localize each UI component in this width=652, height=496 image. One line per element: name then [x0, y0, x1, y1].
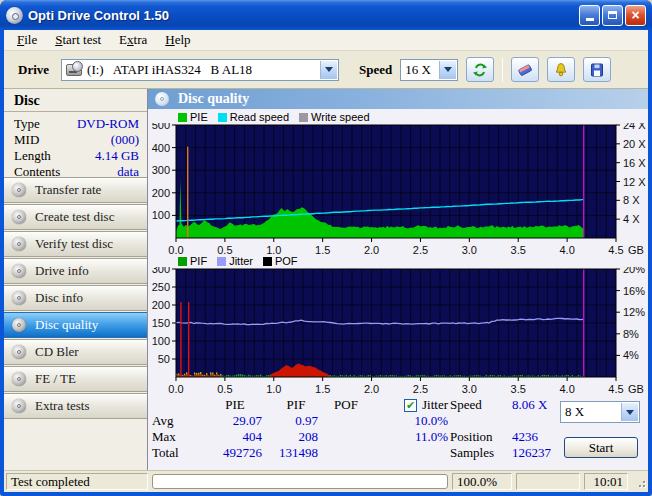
legend-swatch — [299, 113, 308, 122]
sidebar-item-label: Create test disc — [35, 209, 114, 225]
stats-pie-value: 29.07 — [202, 413, 268, 429]
stats-jitter-value: 11.0% — [368, 429, 454, 445]
svg-text:0.0: 0.0 — [168, 383, 183, 395]
svg-text:150: 150 — [152, 317, 170, 329]
stats-col-pie: PIE — [202, 397, 268, 413]
maximize-button[interactable] — [602, 5, 623, 26]
close-button[interactable]: × — [625, 5, 646, 26]
main-panel: Disc quality PIERead speedWrite speed 10… — [148, 89, 648, 470]
stats-row-label: Total — [152, 445, 202, 461]
legend-entry-pie: PIE — [178, 111, 208, 123]
minimize-icon — [586, 18, 594, 21]
svg-text:1.5: 1.5 — [315, 244, 330, 255]
sidebar-item-verify-test-disc[interactable]: Verify test disc — [4, 231, 147, 257]
svg-text:2.5: 2.5 — [413, 383, 428, 395]
sidebar-item-label: Disc quality — [35, 317, 98, 333]
svg-text:24 X: 24 X — [623, 123, 646, 131]
start-button[interactable]: Start — [564, 437, 638, 458]
sidebar-item-disc-quality[interactable]: Disc quality — [4, 312, 147, 338]
samples-stat-label: Samples — [450, 445, 512, 461]
legend-label: Jitter — [229, 255, 253, 267]
sidebar-item-disc-info[interactable]: Disc info — [4, 285, 147, 311]
pif-chart: 501001502002503004%8%12%16%20%0.00.51.01… — [148, 267, 648, 395]
svg-text:1.0: 1.0 — [266, 244, 281, 255]
erase-button[interactable] — [511, 57, 539, 82]
test-speed-select-value: 8 X — [565, 404, 584, 420]
svg-text:3.0: 3.0 — [462, 244, 477, 255]
svg-text:12%: 12% — [623, 306, 645, 318]
bell-icon — [553, 62, 569, 78]
legend-swatch — [263, 257, 272, 266]
save-icon — [589, 62, 605, 78]
sidebar-item-create-test-disc[interactable]: Create test disc — [4, 204, 147, 230]
svg-text:2.5: 2.5 — [413, 244, 428, 255]
jitter-checkbox[interactable]: ✔ — [404, 399, 417, 412]
jitter-label: Jitter — [422, 397, 448, 413]
legend-label: PIF — [190, 255, 207, 267]
legend-swatch — [217, 257, 226, 266]
stats-col-pof: POF — [324, 397, 368, 413]
sidebar-item-transfer-rate[interactable]: Transfer rate — [4, 177, 147, 203]
menu-item-start-test[interactable]: Start test — [46, 31, 110, 49]
stats-pif-value: 208 — [268, 429, 324, 445]
clock-text: 10:01 — [584, 473, 628, 490]
disc-icon — [12, 264, 26, 278]
disc-icon — [12, 345, 26, 359]
stats-row-label: Avg — [152, 413, 202, 429]
progress-bar — [152, 474, 448, 489]
sidebar-item-cd-bler[interactable]: CD Bler — [4, 339, 147, 365]
stats-pif-value: 131498 — [268, 445, 324, 461]
sidebar-item-label: Extra tests — [35, 398, 90, 414]
pie-chart: 1002003004005004 X8 X12 X16 X20 X24 X0.0… — [148, 123, 648, 255]
drive-label: Drive — [18, 62, 49, 78]
menu-item-help[interactable]: Help — [156, 31, 199, 49]
svg-text:250: 250 — [152, 281, 170, 293]
svg-text:4 X: 4 X — [623, 213, 640, 225]
test-speed-select[interactable]: 8 X — [560, 401, 640, 423]
disc-info-label: Length — [14, 148, 51, 164]
disc-info-row: MID(000) — [4, 132, 147, 148]
stats-row-label: Max — [152, 429, 202, 445]
minimize-button[interactable] — [579, 5, 600, 26]
sidebar-item-drive-info[interactable]: Drive info — [4, 258, 147, 284]
svg-text:20%: 20% — [623, 267, 645, 275]
speed-select-arrow[interactable] — [439, 61, 456, 79]
eraser-icon — [516, 62, 534, 78]
close-icon: × — [631, 7, 639, 23]
toolbar-separator — [502, 58, 503, 82]
eject-button[interactable] — [547, 57, 575, 82]
content-area: Disc TypeDVD-ROMMID(000)Length4.14 GBCon… — [4, 88, 648, 470]
save-button[interactable] — [583, 57, 611, 82]
menu-item-extra[interactable]: Extra — [110, 31, 156, 49]
svg-text:4.5: 4.5 — [608, 244, 623, 255]
drive-icon — [66, 64, 82, 76]
menu-item-file[interactable]: File — [8, 31, 46, 49]
svg-text:500: 500 — [152, 123, 170, 131]
disc-icon — [12, 291, 26, 305]
test-speed-select-arrow[interactable] — [621, 403, 638, 421]
legend-entry-pif: PIF — [178, 255, 207, 267]
svg-text:GB: GB — [628, 383, 644, 395]
chevron-down-icon — [325, 67, 333, 72]
sidebar-item-fe-te[interactable]: FE / TE — [4, 366, 147, 392]
svg-text:12 X: 12 X — [623, 176, 646, 188]
svg-text:200: 200 — [152, 187, 170, 199]
stats-pie-value: 492726 — [202, 445, 268, 461]
legend-swatch — [178, 113, 187, 122]
disc-info-value: 4.14 GB — [95, 148, 139, 164]
sidebar-item-extra-tests[interactable]: Extra tests — [4, 393, 147, 419]
svg-text:GB: GB — [628, 244, 644, 255]
svg-text:1.0: 1.0 — [266, 383, 281, 395]
svg-text:4%: 4% — [623, 349, 639, 361]
speed-select[interactable]: 16 X — [400, 59, 458, 81]
legend-swatch — [178, 257, 187, 266]
svg-text:3.5: 3.5 — [511, 244, 526, 255]
sidebar-item-label: Drive info — [35, 263, 89, 279]
drive-select-arrow[interactable] — [320, 61, 337, 79]
sidebar-item-label: Transfer rate — [35, 182, 101, 198]
app-disc-icon — [6, 7, 23, 24]
refresh-button[interactable] — [466, 57, 494, 82]
drive-select[interactable]: (I:) ATAPI iHAS324 B AL18 — [61, 59, 339, 81]
drive-select-value: (I:) ATAPI iHAS324 B AL18 — [87, 62, 252, 78]
resize-grip[interactable] — [634, 476, 646, 488]
